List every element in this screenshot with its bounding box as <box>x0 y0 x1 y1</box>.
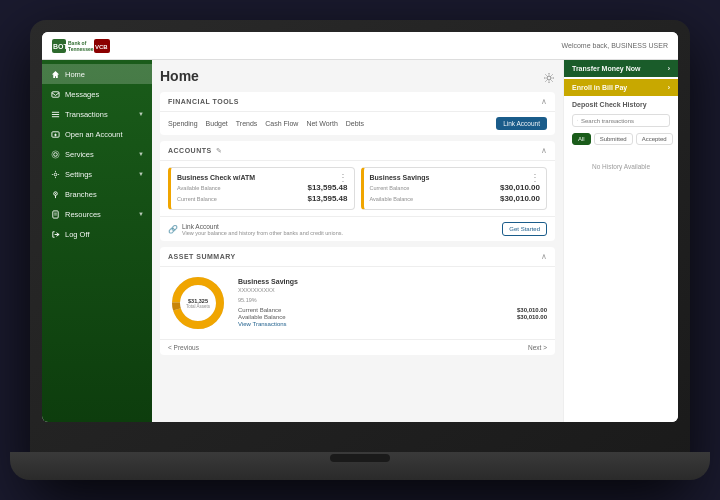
savings-curr-label: Current Balance <box>370 185 410 191</box>
edit-icon[interactable]: ✎ <box>216 147 222 155</box>
sidebar-item-transactions[interactable]: Transactions ▼ <box>42 104 152 124</box>
accounts-section: ACCOUNTS ✎ ∧ ⋮ Business Check w/ATM Avai… <box>160 141 555 241</box>
asset-body: $31,325 Total Assets Business Savings XX… <box>160 267 555 339</box>
filter-tab-all[interactable]: All <box>572 133 591 145</box>
checking-menu[interactable]: ⋮ <box>338 172 348 183</box>
transfer-money-button[interactable]: Transfer Money Now › <box>564 60 678 77</box>
savings-curr-amount: $30,010.00 <box>500 183 540 192</box>
accounts-title-row: ACCOUNTS ✎ <box>168 147 222 155</box>
filter-tab-submitted[interactable]: Submitted <box>594 133 633 145</box>
sidebar: Home Messages Transactions ▼ <box>42 60 152 422</box>
savings-menu[interactable]: ⋮ <box>530 172 540 183</box>
link-account-info: 🔗 Link Account View your balance and his… <box>168 223 343 236</box>
enroll-bill-pay-button[interactable]: Enroll in Bill Pay › <box>564 79 678 96</box>
logout-icon <box>50 229 60 239</box>
asset-available-balance-row: Available Balance $30,010.00 <box>238 314 547 320</box>
sidebar-item-logout[interactable]: Log Off <box>42 224 152 244</box>
asset-account-number: XXXXXXXXXX <box>238 287 547 293</box>
checking-curr-row: Current Balance $13,595.48 <box>177 194 348 203</box>
asset-available-value: $30,010.00 <box>517 314 547 320</box>
bank-logo: BOT Bank of Tennessee VCB <box>52 37 112 55</box>
link-account-label: Link Account <box>182 223 343 230</box>
sidebar-item-branches[interactable]: Branches <box>42 184 152 204</box>
laptop-frame: BOT Bank of Tennessee VCB Welcome back, … <box>30 20 690 480</box>
transfer-arrow-icon: › <box>668 65 670 72</box>
sidebar-item-services[interactable]: Services ▼ <box>42 144 152 164</box>
main-header: Home <box>160 68 555 84</box>
home-icon <box>50 69 60 79</box>
laptop-notch <box>330 454 390 462</box>
financial-tools-collapse[interactable]: ∧ <box>541 97 547 106</box>
savings-account-card[interactable]: ⋮ Business Savings Current Balance $30,0… <box>361 167 548 210</box>
asset-donut-chart: $31,325 Total Assets <box>168 273 228 333</box>
checking-name: Business Check w/ATM <box>177 174 348 181</box>
svg-text:BOT: BOT <box>53 43 69 50</box>
transactions-icon <box>50 109 60 119</box>
message-icon <box>50 89 60 99</box>
savings-curr-row: Current Balance $30,010.00 <box>370 183 541 192</box>
trends-link[interactable]: Trends <box>236 120 258 127</box>
asset-account-name: Business Savings <box>238 278 547 285</box>
accounts-title: ACCOUNTS <box>168 147 212 154</box>
savings-avail-row: Available Balance $30,010.00 <box>370 194 541 203</box>
view-transactions-link[interactable]: View Transactions <box>238 321 287 327</box>
asset-percent: 95.19% <box>238 297 547 303</box>
next-button[interactable]: Next > <box>528 344 547 351</box>
search-input[interactable] <box>581 118 665 124</box>
savings-avail-label: Available Balance <box>370 196 414 202</box>
get-started-button[interactable]: Get Started <box>502 222 547 236</box>
link-account-text-block: Link Account View your balance and histo… <box>182 223 343 236</box>
asset-summary-header: ASSET SUMMARY ∧ <box>160 247 555 267</box>
right-sidebar: Transfer Money Now › Enroll in Bill Pay … <box>563 60 678 422</box>
svg-point-14 <box>51 150 58 157</box>
link-chain-icon: 🔗 <box>168 225 178 234</box>
sidebar-item-home[interactable]: Home <box>42 64 152 84</box>
prev-button[interactable]: < Previous <box>168 344 199 351</box>
transaction-search-box[interactable] <box>572 114 670 127</box>
asset-available-label: Available Balance <box>238 314 286 320</box>
budget-link[interactable]: Budget <box>206 120 228 127</box>
page-title: Home <box>160 68 199 84</box>
svg-rect-6 <box>51 91 58 96</box>
svg-rect-8 <box>51 114 58 115</box>
asset-pagination: < Previous Next > <box>160 339 555 355</box>
services-arrow: ▼ <box>138 151 144 157</box>
services-icon <box>50 149 60 159</box>
app-layout: Home Messages Transactions ▼ <box>42 60 678 422</box>
screen: BOT Bank of Tennessee VCB Welcome back, … <box>42 32 678 422</box>
welcome-message: Welcome back, BUSINESS USER <box>562 42 668 49</box>
deposit-history-title: Deposit Check History <box>564 96 678 111</box>
transactions-arrow: ▼ <box>138 111 144 117</box>
savings-name: Business Savings <box>370 174 541 181</box>
cashflow-link[interactable]: Cash Flow <box>265 120 298 127</box>
checking-account-card[interactable]: ⋮ Business Check w/ATM Available Balance… <box>168 167 355 210</box>
sidebar-item-resources[interactable]: Resources ▼ <box>42 204 152 224</box>
accounts-collapse[interactable]: ∧ <box>541 146 547 155</box>
asset-summary-title: ASSET SUMMARY <box>168 253 236 260</box>
financial-tools-header: FINANCIAL TOOLS ∧ <box>160 92 555 112</box>
sidebar-item-open-account[interactable]: Open an Account <box>42 124 152 144</box>
spending-link[interactable]: Spending <box>168 120 198 127</box>
filter-tabs: All Submitted Accepted <box>564 130 678 148</box>
donut-label: $31,325 Total Assets <box>186 298 210 309</box>
link-account-button[interactable]: Link Account <box>496 117 547 130</box>
savings-avail-amount: $30,010.00 <box>500 194 540 203</box>
settings-arrow: ▼ <box>138 171 144 177</box>
svg-point-13 <box>53 152 57 156</box>
asset-summary-collapse[interactable]: ∧ <box>541 252 547 261</box>
laptop-base <box>10 452 710 480</box>
debts-link[interactable]: Debts <box>346 120 364 127</box>
settings-gear-icon[interactable] <box>543 70 555 82</box>
checking-curr-amount: $13,595.48 <box>307 194 347 203</box>
filter-tab-accepted[interactable]: Accepted <box>636 133 673 145</box>
networth-link[interactable]: Net Worth <box>306 120 337 127</box>
checking-avail-row: Available Balance $13,595.48 <box>177 183 348 192</box>
sidebar-item-messages[interactable]: Messages <box>42 84 152 104</box>
asset-current-label: Current Balance <box>238 307 281 313</box>
asset-current-value: $30,010.00 <box>517 307 547 313</box>
svg-rect-9 <box>51 116 58 117</box>
svg-text:Tennessee: Tennessee <box>68 46 94 52</box>
asset-details: Business Savings XXXXXXXXXX 95.19% Curre… <box>238 278 547 328</box>
top-bar: BOT Bank of Tennessee VCB Welcome back, … <box>42 32 678 60</box>
sidebar-item-settings[interactable]: Settings ▼ <box>42 164 152 184</box>
